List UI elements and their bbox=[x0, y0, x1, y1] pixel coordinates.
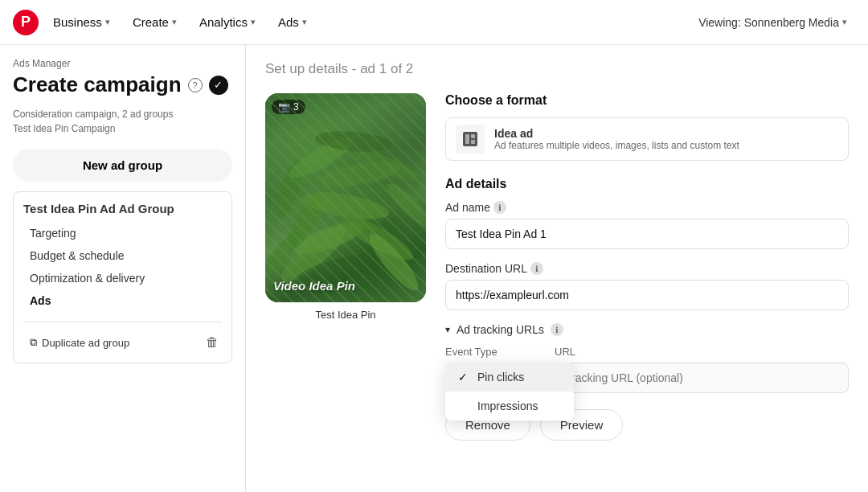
svg-rect-14 bbox=[463, 132, 477, 146]
event-type-col-label: Event Type bbox=[445, 346, 542, 358]
ad-name-field-group: Ad name ℹ bbox=[445, 201, 849, 249]
format-info: Idea ad Ad features multiple videos, ima… bbox=[494, 127, 739, 151]
nav-create-label: Create bbox=[133, 15, 169, 29]
svg-point-0 bbox=[275, 219, 352, 289]
nav-item-create[interactable]: Create ▾ bbox=[125, 10, 185, 34]
event-type-row: Event Type ✓ Pin clicks bbox=[445, 346, 849, 393]
pinterest-logo[interactable]: P bbox=[13, 10, 39, 35]
help-icon[interactable]: ? bbox=[188, 78, 203, 92]
ad-name-label: Ad name ℹ bbox=[445, 201, 849, 214]
tracking-url-input[interactable] bbox=[555, 363, 849, 393]
destination-url-info-icon[interactable]: ℹ bbox=[530, 262, 543, 275]
format-description: Ad features multiple videos, images, lis… bbox=[494, 140, 739, 151]
svg-point-13 bbox=[314, 129, 393, 154]
ad-group-section: Test Idea Pin Ad Ad Group Targeting Budg… bbox=[13, 191, 232, 363]
sidebar-title-row: Create campaign ? ✓ bbox=[13, 72, 232, 97]
idea-ad-icon bbox=[461, 130, 479, 148]
setup-subheader: - ad 1 of 2 bbox=[352, 61, 414, 76]
svg-point-7 bbox=[321, 157, 403, 191]
ad-group-actions: ⧉ Duplicate ad group 🗑 bbox=[23, 322, 222, 353]
campaign-info-line1: Consideration campaign, 2 ad groups bbox=[13, 107, 232, 121]
sidebar-item-budget[interactable]: Budget & schedule bbox=[23, 244, 222, 267]
pin-clicks-label: Pin clicks bbox=[477, 371, 524, 383]
svg-rect-15 bbox=[465, 134, 469, 144]
ad-name-input[interactable] bbox=[445, 219, 849, 249]
sidebar-item-optimization[interactable]: Optimization & delivery bbox=[23, 267, 222, 289]
pin-image: 📷 3 Video Idea Pin bbox=[265, 93, 426, 302]
svg-point-3 bbox=[300, 187, 391, 225]
format-option[interactable]: Idea ad Ad features multiple videos, ima… bbox=[445, 117, 849, 161]
duplicate-icon: ⧉ bbox=[30, 336, 37, 349]
destination-url-label: Destination URL ℹ bbox=[445, 262, 849, 275]
chevron-down-icon: ▾ bbox=[172, 17, 177, 27]
right-panel: Choose a format Idea ad bbox=[445, 93, 849, 441]
format-section-label: Choose a format bbox=[445, 93, 849, 108]
sidebar-item-ads[interactable]: Ads bbox=[23, 289, 222, 312]
chevron-down-icon: ▾ bbox=[251, 17, 256, 27]
svg-point-1 bbox=[292, 215, 366, 260]
camera-icon: 📷 bbox=[278, 101, 290, 113]
url-col-label: URL bbox=[555, 346, 849, 358]
nav-item-ads[interactable]: Ads ▾ bbox=[270, 10, 315, 34]
nav-item-business[interactable]: Business ▾ bbox=[45, 10, 118, 34]
dropdown-menu: ✓ Pin clicks Impressions bbox=[445, 363, 574, 420]
ad-name-info-icon[interactable]: ℹ bbox=[493, 201, 506, 214]
ads-manager-breadcrumb: Ads Manager bbox=[13, 58, 232, 69]
check-icon: ✓ bbox=[458, 371, 471, 383]
chevron-down-icon: ▾ bbox=[445, 324, 450, 335]
ad-details-section: Ad details Ad name ℹ Destination URL bbox=[445, 177, 849, 441]
svg-point-4 bbox=[338, 209, 418, 268]
svg-point-5 bbox=[363, 228, 424, 296]
svg-point-12 bbox=[292, 248, 383, 293]
tracking-section: ▾ Ad tracking URLs ℹ Event Type ✓ bbox=[445, 323, 849, 393]
nav-business-label: Business bbox=[53, 15, 102, 29]
duplicate-ad-group-button[interactable]: ⧉ Duplicate ad group bbox=[23, 333, 136, 352]
tracking-toggle[interactable]: ▾ Ad tracking URLs ℹ bbox=[445, 323, 849, 336]
main-layout: Ads Manager Create campaign ? ✓ Consider… bbox=[0, 45, 868, 492]
new-ad-group-button[interactable]: New ad group bbox=[13, 149, 232, 182]
svg-rect-17 bbox=[471, 140, 475, 144]
pin-count-badge: 📷 3 bbox=[272, 100, 305, 114]
setup-details-label: Set up details bbox=[265, 61, 348, 76]
sidebar-item-targeting[interactable]: Targeting bbox=[23, 222, 222, 244]
nav-item-analytics[interactable]: Analytics ▾ bbox=[191, 10, 264, 34]
svg-point-8 bbox=[285, 131, 358, 184]
main-content: Set up details - ad 1 of 2 bbox=[246, 45, 868, 492]
format-section: Choose a format Idea ad bbox=[445, 93, 849, 161]
svg-point-2 bbox=[281, 189, 330, 254]
top-navigation: P Business ▾ Create ▾ Analytics ▾ Ads ▾ … bbox=[0, 0, 868, 45]
setup-header: Set up details - ad 1 of 2 bbox=[265, 61, 849, 77]
svg-point-6 bbox=[270, 157, 309, 223]
destination-url-field-group: Destination URL ℹ bbox=[445, 262, 849, 310]
pin-card: 📷 3 Video Idea Pin bbox=[265, 93, 426, 302]
pin-caption: Test Idea Pin bbox=[265, 309, 426, 321]
viewing-label: Viewing: Sonnenberg Media bbox=[698, 16, 839, 29]
chevron-down-icon: ▾ bbox=[105, 17, 110, 27]
nav-viewing-account[interactable]: Viewing: Sonnenberg Media ▾ bbox=[690, 11, 855, 34]
format-icon bbox=[456, 125, 485, 154]
format-name: Idea ad bbox=[494, 127, 739, 140]
dropdown-item-pin-clicks[interactable]: ✓ Pin clicks bbox=[445, 363, 574, 392]
content-grid: 📷 3 Video Idea Pin Test Idea Pin Choose … bbox=[265, 93, 849, 441]
ad-group-name: Test Idea Pin Ad Ad Group bbox=[23, 202, 222, 215]
event-type-column: Event Type ✓ Pin clicks bbox=[445, 346, 542, 363]
sidebar: Ads Manager Create campaign ? ✓ Consider… bbox=[0, 45, 246, 492]
campaign-info-line2: Test Idea Pin Campaign bbox=[13, 121, 232, 136]
svg-rect-16 bbox=[471, 134, 475, 138]
nav-analytics-label: Analytics bbox=[199, 15, 248, 29]
ad-details-title: Ad details bbox=[445, 177, 849, 191]
campaign-info: Consideration campaign, 2 ad groups Test… bbox=[13, 107, 232, 136]
url-column: URL bbox=[555, 346, 849, 393]
tracking-label: Ad tracking URLs bbox=[457, 323, 544, 336]
pin-video-label: Video Idea Pin bbox=[273, 279, 418, 293]
impressions-label: Impressions bbox=[477, 400, 538, 412]
delete-ad-group-button[interactable]: 🗑 bbox=[203, 332, 222, 353]
dropdown-item-impressions[interactable]: Impressions bbox=[445, 392, 574, 420]
destination-url-input[interactable] bbox=[445, 280, 849, 310]
svg-point-10 bbox=[383, 178, 426, 233]
tracking-info-icon[interactable]: ℹ bbox=[551, 323, 563, 336]
svg-point-9 bbox=[351, 146, 420, 185]
chevron-down-icon: ▾ bbox=[842, 17, 847, 27]
chevron-down-icon: ▾ bbox=[302, 17, 307, 27]
nav-ads-label: Ads bbox=[278, 15, 299, 29]
